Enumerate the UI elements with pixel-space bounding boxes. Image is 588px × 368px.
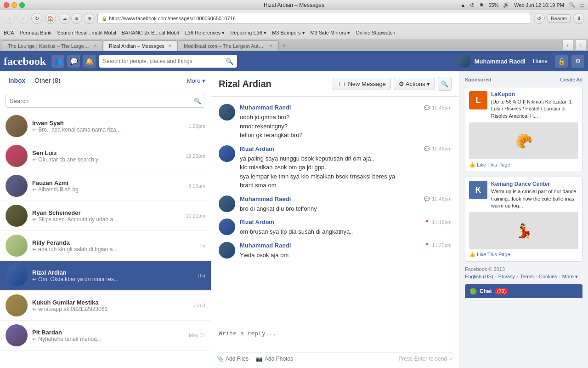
maximize-btn[interactable] xyxy=(19,2,25,8)
messages-area: Muhammad Raedi 💬 10:45pm oooh jd gmna br… xyxy=(211,97,459,324)
bookmark-m3bumpers[interactable]: M3 Bumpers ▾ xyxy=(272,30,305,36)
conv-name-7: Pit Bardan xyxy=(32,329,184,336)
footer-link-2[interactable]: Terms xyxy=(520,274,534,280)
tab-close-1[interactable]: ✕ xyxy=(168,43,172,48)
ad-title-1[interactable]: Kemang Dance Center xyxy=(491,181,578,187)
tab-close-0[interactable]: ✕ xyxy=(93,43,97,48)
right-sidebar: Sponsored Create Ad L LaKupon [Up to 56%… xyxy=(459,71,588,368)
bookmark-repairing[interactable]: Repairing E36 ▾ xyxy=(230,30,266,36)
footer-link-0[interactable]: English (US) xyxy=(465,274,493,280)
ad-like-1[interactable]: 👍 Like This Page xyxy=(469,252,578,258)
actions-btn[interactable]: ⚙ Actions ▾ xyxy=(394,78,435,90)
bookmark-stopwatch[interactable]: Online Stopwatch xyxy=(356,30,395,35)
bookmark-bca[interactable]: BCA xyxy=(4,30,14,35)
bookmark-search[interactable]: Search Resul...motif Mobil xyxy=(57,30,116,35)
conv-preview-6: ↩ whatsapp ak 082132923061 xyxy=(32,306,188,312)
msg-header-3: Rizal Ardian 📍 11:19pm xyxy=(240,218,452,225)
msg-time-3: 📍 11:19pm xyxy=(424,219,452,225)
message-line: sya lempar ke tmn sya klo misalkan bsok … xyxy=(240,172,452,181)
add-photos-btn[interactable]: 📷 Add Photos xyxy=(256,356,293,362)
fb-friends-icon[interactable]: 👥 xyxy=(51,55,64,68)
tab-prev-btn[interactable]: ‹ xyxy=(562,40,573,51)
ad-logo-1: K xyxy=(469,181,487,199)
reply-footer: 📎 Add Files 📷 Add Photos Press Enter to … xyxy=(217,352,453,365)
conversation-item-5[interactable]: Rizal Ardian ↩ Om. Gkda kbar ya dri nmor… xyxy=(0,261,211,291)
inbox-tab[interactable]: Inbox xyxy=(6,75,28,86)
ad-desc-0: [Up to 56% Off] Nikmati Kelezatan 1 Lusi… xyxy=(491,98,578,120)
add-files-btn[interactable]: 📎 Add Files xyxy=(217,356,249,362)
list-btn[interactable]: ≡ xyxy=(71,13,82,24)
refresh-btn[interactable]: ↻ xyxy=(31,13,42,24)
conv-preview-7: ↩ Nyhehehe tanak menoq... xyxy=(32,336,184,342)
conversation-item-7[interactable]: Pit Bardan ↩ Nyhehehe tanak menoq... May… xyxy=(0,321,211,351)
thread-search-btn[interactable]: 🔍 xyxy=(438,77,452,91)
new-message-btn[interactable]: + + New Message xyxy=(333,78,391,90)
mac-status-icons: ▲ ⏱ ✱ 65% 🔊 Wed Jun 12 10:19 PM 🔍 ☰ xyxy=(460,2,584,8)
grid-btn[interactable]: ⊞ xyxy=(84,13,95,24)
bookmark-m3mirrors[interactable]: M3 Side Mirrors ▾ xyxy=(311,30,351,36)
search-input[interactable] xyxy=(10,98,191,104)
tab-2[interactable]: Modifikasi.com – The Largest Automotive … xyxy=(178,40,279,51)
tab-next-btn[interactable]: › xyxy=(575,40,586,51)
minimize-btn[interactable] xyxy=(11,2,17,8)
fb-notifications-icon[interactable]: 🔔 xyxy=(83,55,96,68)
msg-avatar-4 xyxy=(219,242,235,259)
bookmark-barang[interactable]: BARANG 2x B...otif Mobil xyxy=(122,30,179,35)
ad-like-0[interactable]: 👍 Like This Page xyxy=(469,162,578,168)
cloud-btn[interactable]: ☁ xyxy=(59,13,70,24)
search-icon[interactable]: 🔍 xyxy=(569,2,575,8)
add-photos-label: Add Photos xyxy=(265,356,293,362)
close-btn[interactable] xyxy=(4,2,9,8)
ad-text-0: LaKupon [Up to 56% Off] Nikmati Kelezata… xyxy=(491,91,578,120)
create-ad-btn[interactable]: Create Ad xyxy=(560,77,582,82)
fb-search-bar[interactable]: 🔍 xyxy=(99,55,237,68)
menu-icon[interactable]: ☰ xyxy=(580,2,584,8)
tab-close-2[interactable]: ✕ xyxy=(269,43,273,48)
fb-search-go[interactable]: 🔍 xyxy=(226,58,233,65)
conversation-item-4[interactable]: Rilly Feranda ↩ ada tuh klo gk salah di … xyxy=(0,231,211,261)
conversation-item-2[interactable]: Fauzan Azmi ↩ Alhamdulillah bg 8:09am xyxy=(0,171,211,201)
footer-link-4[interactable]: More ▾ xyxy=(562,274,578,280)
forward-btn[interactable]: › xyxy=(17,13,28,24)
wifi-icon: ▲ xyxy=(460,2,465,8)
footer-link-1[interactable]: Privacy xyxy=(498,274,515,280)
browser-chrome: ‹ › ↻ 🏠 ☁ ≡ ⊞ 🔒 https://www.facebook.com… xyxy=(0,10,588,51)
footer-link-3[interactable]: Cookies xyxy=(539,274,557,280)
msg-search[interactable]: 🔍 xyxy=(6,94,205,108)
message-line: Ywda bsok aja om xyxy=(240,251,452,260)
bookmark-permata[interactable]: Permata Bank xyxy=(20,30,52,35)
chat-bar[interactable]: 🟢 Chat (28) xyxy=(465,284,582,298)
user-avatar[interactable] xyxy=(458,55,471,68)
more-btn[interactable]: More ▾ xyxy=(187,77,205,84)
conversation-item-0[interactable]: Irwan Syah ↩ Bro.. ada kenal sama nama r… xyxy=(0,111,211,141)
fb-gear-icon[interactable]: ⚙ xyxy=(571,55,584,68)
conversation-item-3[interactable]: Ryan Scheineder ↩ Siiips scen. Account d… xyxy=(0,201,211,231)
url-bar[interactable]: 🔒 https://www.facebook.com/messages/1000… xyxy=(97,13,531,24)
time-icon-2: 💬 xyxy=(424,196,430,201)
conversation-item-1[interactable]: Sen Luiz ↩ Ok..ntar cb ane search y 12:2… xyxy=(0,141,211,171)
message-line: om brusan sya tlp dia susah di angkatnya… xyxy=(240,227,452,236)
other-tab[interactable]: Other (8) xyxy=(32,75,63,86)
thread-header: Rizal Ardian + + New Message ⚙ Actions ▾… xyxy=(211,71,459,97)
ad-title-0[interactable]: LaKupon xyxy=(491,91,578,98)
home-btn[interactable]: 🏠 xyxy=(45,13,56,24)
bookmark-e36ref[interactable]: E36 References ▾ xyxy=(184,30,225,36)
fb-lock-icon[interactable]: 🔒 xyxy=(555,55,568,68)
tab-1[interactable]: Rizal Ardian – Messages ✕ xyxy=(103,40,178,51)
fb-home-btn[interactable]: Home xyxy=(529,56,551,66)
fb-messages-icon[interactable]: 💬 xyxy=(67,55,80,68)
download-btn[interactable]: ⬇ xyxy=(573,13,584,24)
reader-btn[interactable]: Reader xyxy=(548,14,571,23)
fb-search-input[interactable] xyxy=(103,58,223,64)
new-tab-btn[interactable]: + xyxy=(279,40,289,51)
conversation-item-6[interactable]: Kukuh Gumilar Mestika ↩ whatsapp ak 0821… xyxy=(0,291,211,321)
conv-time-0: 1:28pm xyxy=(188,123,205,129)
tab-0[interactable]: The Lounge | Kaskus – The Largest Indone… xyxy=(2,40,103,51)
user-name[interactable]: Muhammad Raedi xyxy=(475,58,526,65)
reload-btn[interactable]: ↺ xyxy=(534,13,545,24)
back-btn[interactable]: ‹ xyxy=(4,13,15,24)
footer-sep-0: · xyxy=(495,274,497,280)
ad-logo-0: L xyxy=(469,91,487,109)
reply-input[interactable] xyxy=(217,328,453,351)
chat-count: (28) xyxy=(495,288,509,294)
